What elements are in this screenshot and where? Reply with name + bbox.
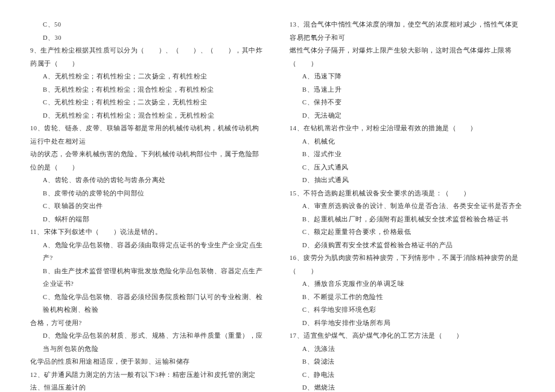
option: C、无机性粉尘；有机性粉尘；二次扬尘，无机性粉尘 — [30, 96, 265, 109]
page-content: C、50 D、30 9、生产性粉尘根据其性质可以分为（ ）、（ ）、（ ），其中… — [0, 0, 555, 392]
question-stem: 17、适宜焦炉煤气、高炉煤气净化的工艺方法是（ ） — [290, 329, 525, 343]
option: A、播放音乐克服作业的单调乏味 — [290, 277, 525, 291]
option: D、燃烧法 — [290, 381, 525, 392]
question-stem-cont: 动的状态，会带来机械伤害的危险。下列机械传动机构部位中，属于危险部位的是（ ） — [30, 148, 265, 174]
question-stem: 11、宋体下列叙述中（ ）说法是错的。 — [30, 226, 265, 239]
question-stem: 10、齿轮、链条、皮带、联轴器等都是常用的机械传动机构，机械传动机构运行中处在相… — [30, 122, 265, 148]
left-column: C、50 D、30 9、生产性粉尘根据其性质可以分为（ ）、（ ）、（ ），其中… — [30, 18, 278, 392]
option: B、由生产技术监督管理机构审批发放危险化学品包装物、容器定点生产企业证书? — [30, 265, 265, 291]
option: B、不断提示工作的危险性 — [290, 291, 525, 304]
option: C、额定起重量符合要求，价格最低 — [290, 226, 525, 239]
option: C、50 — [30, 18, 265, 31]
option: A、无机性粉尘；有机性粉尘；二次扬尘，有机性粉尘 — [30, 70, 265, 83]
question-stem: 13、混合气体中惰性气体浓度的增加，使空气的浓度相对减少，惰性气体更容易把氧分子… — [290, 18, 525, 44]
option: B、袋滤法 — [290, 355, 525, 368]
option: D、科学地安排作业场所布局 — [290, 317, 525, 330]
question-stem-cont: 燃性气体分子隔开，对爆炸上限产生较大影响，这时混合气体爆炸上限将（ ） — [290, 44, 525, 70]
option: B、湿式作业 — [290, 148, 525, 161]
question-stem: 14、在钻机凿岩作业中，对粉尘治理最有效的措施是（ ） — [290, 122, 525, 135]
right-column: 13、混合气体中惰性气体浓度的增加，使空气的浓度相对减少，惰性气体更容易把氧分子… — [278, 18, 525, 392]
question-stem: 16、疲劳分为肌肉疲劳和精神疲劳，下列情形中，不属于消除精神疲劳的是（ ） — [290, 251, 525, 277]
option: A、审查所选购设备的设计、制造单位是否合法、各类安全证书是否齐全 — [290, 200, 525, 213]
question-stem: 12、矿井通风阻力测定的方法一般有以下3种：精密压差计和皮托管的测定法、恒温压差… — [30, 368, 265, 392]
question-stem: 15、不符合选购起重机械设备安全要求的选项是：（ ） — [290, 187, 525, 200]
option: B、迅速上升 — [290, 83, 525, 96]
option: D、危险化学品包装的材质、形式、规格、方法和单件质量（重量），应当与所包装的危险 — [30, 329, 265, 355]
option: B、无机性粉尘；有机性粉尘；混合性粉尘，有机性粉尘 — [30, 83, 265, 96]
option: C、联轴器的突出件 — [30, 200, 265, 213]
option: A、洗涤法 — [290, 343, 525, 356]
option: C、危险化学品包装物、容器必须经国务院质检部门认可的专业检测、检验机构检测、检验 — [30, 291, 265, 317]
option: A、危险化学品包装物、容器必须由取得定点证书的专业生产企业定点生产? — [30, 239, 265, 265]
option: D、必须购置有安全技术监督检验合格证书的产品 — [290, 239, 525, 252]
option: D、无机性粉尘；有机性粉尘；混合性粉尘，无机性粉尘 — [30, 109, 265, 122]
option: D、抽出式通风 — [290, 174, 525, 187]
option: C、保持不变 — [290, 96, 525, 109]
option: C、科学地安排环境色彩 — [290, 303, 525, 317]
option: C、静电法 — [290, 368, 525, 382]
option: B、皮带传动的皮带轮的中间部位 — [30, 187, 265, 200]
option-cont: 合格，方可使用? — [30, 317, 265, 330]
option: D、蜗杆的端部 — [30, 213, 265, 226]
option: A、机械化 — [290, 135, 525, 148]
option: D、无法确定 — [290, 109, 525, 122]
option: A、齿轮、齿条传动的齿轮与齿条分离处 — [30, 174, 265, 187]
option: A、迅速下降 — [290, 70, 525, 83]
option: B、起重机械出厂时，必须附有起重机械安全技术监督检验合格证书 — [290, 213, 525, 226]
option: C、压入式通风 — [290, 161, 525, 174]
option-cont: 化学品的性质和用途相适应，便于装卸、运输和储存 — [30, 355, 265, 368]
option: D、30 — [30, 31, 265, 45]
question-stem: 9、生产性粉尘根据其性质可以分为（ ）、（ ）、（ ），其中炸药属于（ ） — [30, 44, 265, 70]
